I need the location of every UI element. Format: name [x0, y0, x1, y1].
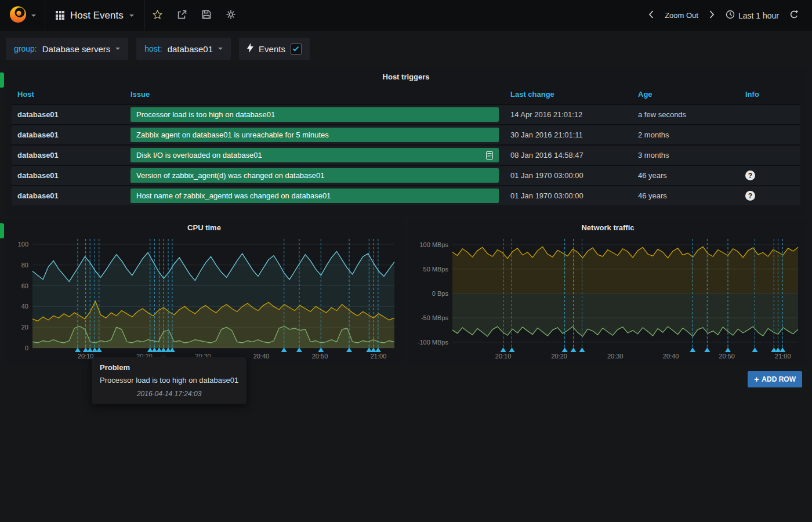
svg-text:100: 100 [18, 241, 28, 248]
chevron-left-icon [648, 10, 654, 21]
annotation-tooltip: Problem Processor load is too high on da… [92, 357, 246, 404]
grafana-logo-icon [9, 5, 27, 26]
panel-title[interactable]: CPU time [6, 219, 403, 234]
chevron-down-icon [218, 48, 223, 50]
table-row: database01Host name of zabbix_agentd was… [12, 186, 800, 205]
issue-cell: Processor load is too high on database01 [125, 104, 505, 125]
annotations-toggle-box: Events [239, 38, 310, 60]
add-row-button[interactable]: + ADD ROW [748, 371, 802, 387]
issue-badge[interactable]: Disk I/O is overloaded on database01 [130, 148, 499, 162]
svg-text:20:50: 20:50 [312, 353, 328, 360]
add-row-label: ADD ROW [762, 375, 796, 383]
zoom-out-right-button[interactable] [704, 0, 720, 31]
age-cell: 46 years [632, 186, 740, 205]
issue-cell: Zabbix agent on database01 is unreachabl… [125, 125, 505, 145]
host-triggers-panel: Host triggers HostIssueLast changeAgeInf… [6, 68, 806, 215]
svg-text:20: 20 [21, 324, 28, 331]
share-button[interactable] [170, 0, 194, 31]
age-cell: 3 months [632, 145, 740, 165]
table-row: database01Zabbix agent on database01 is … [12, 125, 800, 145]
chevron-down-icon [31, 14, 36, 17]
svg-text:0 Bps: 0 Bps [432, 290, 449, 297]
time-picker-button[interactable]: Last 1 hour [720, 0, 784, 31]
column-header[interactable]: Host [12, 85, 125, 104]
info-cell: ? [740, 165, 800, 186]
host-cell: database01 [12, 145, 125, 165]
row-handle-triggers[interactable] [0, 72, 4, 88]
lightning-bolt-icon [247, 43, 253, 55]
issue-text: Host name of zabbix_agentd was changed o… [136, 191, 331, 200]
table-row: database01Processor load is too high on … [12, 104, 800, 125]
clock-icon [726, 10, 735, 21]
column-header[interactable]: Last change [505, 85, 632, 104]
last-change-cell: 14 Apr 2016 21:01:12 [505, 104, 632, 125]
submenu: group: Database servers host: database01… [0, 31, 316, 67]
gear-icon [226, 10, 235, 21]
issue-text: Zabbix agent on database01 is unreachabl… [136, 130, 329, 139]
issue-badge[interactable]: Processor load is too high on database01 [130, 107, 499, 122]
issue-text: Disk I/O is overloaded on database01 [136, 151, 262, 160]
grafana-dashboard: { "icons": { "help": "?", "add": "+" }, … [0, 0, 812, 522]
column-header[interactable]: Info [740, 85, 800, 104]
description-icon[interactable] [486, 151, 493, 160]
refresh-button[interactable] [784, 0, 804, 31]
svg-text:20:50: 20:50 [719, 353, 735, 360]
chevron-right-icon [709, 10, 715, 21]
tooltip-arrow [160, 354, 167, 357]
last-change-cell: 01 Jan 1970 03:00:00 [505, 165, 632, 186]
variable-group-value: Database servers [42, 44, 111, 54]
table-header-row: HostIssueLast changeAgeInfo [12, 85, 800, 104]
star-button[interactable] [145, 0, 170, 31]
column-header[interactable]: Age [632, 85, 740, 104]
last-change-cell: 01 Jan 1970 03:00:00 [505, 186, 632, 205]
age-cell: 2 months [632, 125, 740, 145]
help-icon[interactable]: ? [745, 171, 755, 180]
save-button[interactable] [194, 0, 219, 31]
row-handle-graphs[interactable] [0, 223, 4, 238]
dashboard-icon [56, 11, 64, 20]
dashboard-title-block[interactable]: Host Events [45, 0, 145, 31]
panel-title[interactable]: Network traffic [409, 219, 806, 234]
page-title: Host Events [70, 10, 124, 21]
help-icon[interactable]: ? [745, 191, 755, 201]
refresh-icon [789, 10, 799, 21]
variable-group-dropdown[interactable]: group: Database servers [6, 38, 128, 60]
cpu-time-chart[interactable]: 02040608010020:1020:2020:3020:4020:5021:… [8, 234, 400, 362]
column-header[interactable]: Issue [125, 85, 505, 104]
issue-cell: Disk I/O is overloaded on database01 [125, 145, 505, 165]
svg-text:-50 MBps: -50 MBps [421, 314, 449, 321]
svg-text:21:00: 21:00 [371, 353, 387, 360]
variable-host-label: host: [144, 44, 162, 53]
triggers-table: HostIssueLast changeAgeInfo database01Pr… [12, 85, 800, 205]
info-cell [740, 125, 800, 145]
info-cell: ? [740, 186, 800, 205]
panel-title[interactable]: Host triggers [6, 68, 806, 84]
time-range-label: Last 1 hour [738, 11, 779, 20]
zoom-out-button[interactable]: Zoom Out [659, 0, 704, 31]
svg-text:20:30: 20:30 [607, 353, 624, 360]
tooltip-title: Problem [100, 363, 238, 372]
svg-text:80: 80 [21, 262, 28, 269]
settings-button[interactable] [219, 0, 243, 31]
svg-text:20:20: 20:20 [551, 353, 567, 360]
plus-icon: + [754, 375, 759, 384]
grafana-logo-menu[interactable] [0, 0, 45, 31]
info-cell [740, 104, 800, 125]
chevron-down-icon [115, 48, 120, 50]
host-cell: database01 [12, 186, 125, 205]
svg-text:50 MBps: 50 MBps [423, 266, 449, 273]
network-traffic-panel: Network traffic 100 MBps50 MBps0 Bps-50 … [409, 219, 806, 364]
variable-host-dropdown[interactable]: host: database01 [136, 38, 231, 60]
host-cell: database01 [12, 104, 125, 125]
cpu-time-panel: CPU time 02040608010020:1020:2020:3020:4… [6, 219, 403, 364]
issue-badge[interactable]: Zabbix agent on database01 is unreachabl… [130, 128, 499, 142]
svg-text:100 MBps: 100 MBps [419, 241, 448, 248]
zoom-out-left-button[interactable] [643, 0, 659, 31]
network-traffic-chart[interactable]: 100 MBps50 MBps0 Bps-50 MBps-100 MBps20:… [412, 234, 804, 362]
issue-text: Processor load is too high on database01 [136, 110, 275, 119]
issue-badge[interactable]: Host name of zabbix_agentd was changed o… [130, 188, 499, 203]
svg-text:0: 0 [25, 345, 28, 351]
events-checkbox[interactable] [291, 44, 302, 55]
issue-badge[interactable]: Version of zabbix_agent(d) was changed o… [130, 168, 499, 183]
star-icon [153, 10, 162, 21]
